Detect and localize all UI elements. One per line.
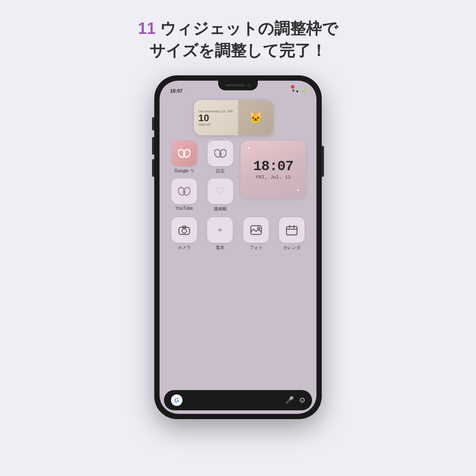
- app-contacts[interactable]: ♡ 連絡帳: [205, 178, 236, 212]
- app-camera[interactable]: カメラ: [168, 217, 200, 251]
- app-photos[interactable]: フォト: [240, 217, 272, 251]
- photos-icon: [243, 217, 269, 243]
- anniversary-widget[interactable]: Our anniversary Jul. 22th 10 Days left 🐱: [194, 100, 273, 135]
- calendar-icon: [279, 217, 305, 243]
- google-icon: [171, 141, 197, 166]
- search-bar[interactable]: G 🎤 ⊙: [164, 390, 312, 410]
- step-number: 11: [138, 19, 156, 37]
- settings-icon: [208, 141, 233, 166]
- calculator-label: 電卓: [216, 245, 224, 251]
- app-youtube[interactable]: YouTube: [168, 178, 200, 212]
- clock-date: FRI, Jul. 12: [256, 175, 290, 180]
- front-camera: [247, 84, 251, 87]
- volume-down-button: [152, 137, 154, 155]
- calendar-label: カレンダ: [283, 245, 301, 251]
- sparkle-bottomright: ✦: [296, 188, 300, 193]
- app-settings[interactable]: 設定: [205, 141, 236, 174]
- google-g-logo: G: [171, 394, 182, 406]
- notification-dot: [291, 85, 294, 89]
- step-title-line1: 11 ウィジェットの調整枠で: [138, 18, 338, 40]
- settings-label: 設定: [216, 168, 225, 174]
- svg-point-5: [219, 152, 222, 154]
- volume-up-button: [152, 117, 154, 130]
- clock-widget[interactable]: ✦ 18:07 FRI, Jul. 12 ✦: [241, 141, 306, 198]
- app-row-1: Google ウ 設定: [168, 141, 308, 212]
- contacts-icon: ♡: [208, 178, 233, 204]
- app-google[interactable]: Google ウ: [168, 141, 200, 174]
- status-time: 18:07: [170, 88, 182, 93]
- contacts-label: 連絡帳: [214, 206, 227, 212]
- svg-point-13: [257, 227, 260, 229]
- status-bar: 18:07 ▼▲ 🔋: [160, 81, 316, 97]
- volume-mute-button: [152, 159, 154, 177]
- status-icons: ▼▲ 🔋: [291, 89, 306, 93]
- camera-icon: [171, 217, 197, 243]
- phone-mockup: 18:07 ▼▲ 🔋 Our anniversary Jul. 22th 10 …: [154, 75, 322, 419]
- header-section: 11 ウィジェットの調整枠で サイズを調整して完了！: [138, 18, 338, 62]
- battery-icon: 🔋: [301, 89, 306, 93]
- svg-point-2: [183, 152, 186, 154]
- speaker: [225, 84, 245, 86]
- lens-icon[interactable]: ⊙: [299, 396, 305, 404]
- screen-content: Our anniversary Jul. 22th 10 Days left 🐱: [160, 97, 316, 390]
- camera-label: カメラ: [178, 245, 191, 251]
- microphone-icon[interactable]: 🎤: [285, 396, 294, 404]
- phone-screen: 18:07 ▼▲ 🔋 Our anniversary Jul. 22th 10 …: [160, 81, 316, 414]
- anniversary-label: Days left: [198, 123, 234, 126]
- anniversary-image: 🐱: [238, 100, 273, 135]
- step-title-line2: サイズを調整して完了！: [138, 40, 338, 62]
- signal-icon: ▼▲: [291, 89, 299, 93]
- google-label: Google ウ: [174, 168, 194, 174]
- app-calculator[interactable]: ✦ 電卓: [205, 217, 236, 251]
- svg-point-10: [182, 229, 186, 233]
- app-calendar[interactable]: カレンダ: [276, 217, 308, 251]
- svg-point-8: [183, 190, 186, 192]
- app-row-2: カメラ ✦ 電卓 フォト: [168, 217, 308, 251]
- anniversary-days: 10: [198, 113, 234, 123]
- anniversary-text: Our anniversary Jul. 22th 10 Days left: [194, 100, 238, 135]
- photos-label: フォト: [249, 245, 263, 251]
- youtube-label: YouTube: [175, 206, 193, 211]
- youtube-icon: [171, 178, 197, 204]
- clock-time: 18:07: [253, 158, 293, 175]
- svg-rect-14: [286, 227, 297, 235]
- calculator-icon: ✦: [207, 217, 233, 243]
- sparkle-topleft: ✦: [247, 146, 250, 151]
- notch: [218, 81, 258, 90]
